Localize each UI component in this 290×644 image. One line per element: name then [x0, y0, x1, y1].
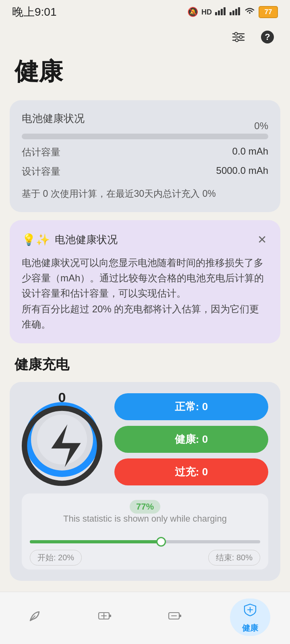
lightbulb-icon: 💡✨ [22, 233, 50, 246]
status-time: 晚上9:01 [12, 4, 57, 20]
slider-section: 77% This statistic is shown only while c… [22, 493, 268, 570]
nav-item-leaf[interactable] [20, 609, 50, 626]
overcharge-stat-button[interactable]: 过充: 0 [114, 458, 268, 485]
wifi-icon [244, 6, 255, 18]
normal-stat-button[interactable]: 正常: 0 [114, 393, 268, 420]
info-card: 💡✨ 电池健康状况 ✕ 电池健康状况可以向您显示电池随着时间的推移损失了多少容量… [10, 220, 280, 344]
bottom-nav: 健康 [0, 592, 290, 644]
nav-health-label: 健康 [242, 623, 258, 634]
status-bar: 晚上9:01 🔕 HD 77 [0, 0, 290, 23]
stat-buttons: 正常: 0 健康: 0 过充: 0 [114, 393, 268, 485]
battery-health-title: 电池健康状况 [22, 111, 268, 126]
battery-plus-icon [98, 609, 112, 626]
nav-item-battery-minus[interactable] [160, 609, 191, 626]
svg-rect-21 [109, 615, 111, 617]
design-capacity-row: 设计容量 5000.0 mAh [22, 165, 268, 178]
slider-labels: 开始: 20% 结束: 80% [30, 550, 260, 566]
healthy-stat-button[interactable]: 健康: 0 [114, 426, 268, 453]
signal-icon [215, 6, 226, 18]
slider-start-label: 开始: 20% [30, 550, 82, 566]
usage-note: 基于 0 次使用计算，在最近30天内总计充入 0% [22, 187, 268, 201]
charging-circle: 0 [22, 399, 102, 480]
bell-mute-icon: 🔕 [187, 7, 198, 17]
info-card-header: 💡✨ 电池健康状况 ✕ [22, 231, 268, 248]
svg-rect-5 [232, 10, 234, 15]
svg-rect-3 [224, 7, 226, 15]
battery-minus-icon [168, 609, 182, 626]
design-capacity-value: 5000.0 mAh [216, 165, 268, 178]
slider-thumb[interactable] [156, 537, 166, 547]
info-title-row: 💡✨ 电池健康状况 [22, 233, 118, 247]
svg-rect-7 [238, 7, 240, 15]
svg-rect-0 [215, 12, 217, 15]
shield-plus-icon [243, 603, 257, 620]
page-title: 健康 [0, 52, 290, 100]
circle-center: 0 [22, 390, 102, 489]
svg-point-12 [240, 36, 242, 39]
health-charging-title: 健康充电 [0, 351, 290, 382]
charging-health-card: 0 正常: 0 健康: 0 过充: 0 77% This statistic i… [10, 382, 280, 581]
percent-badge: 77% [130, 500, 160, 514]
svg-rect-2 [221, 9, 223, 15]
battery-progress-bar: 0% [22, 134, 268, 139]
svg-rect-1 [218, 10, 220, 15]
svg-rect-4 [230, 12, 232, 15]
signal2-icon [230, 6, 241, 18]
filter-button[interactable] [228, 27, 249, 47]
nav-item-health[interactable]: 健康 [230, 599, 270, 636]
slider-bar[interactable] [30, 540, 260, 543]
slider-note: This statistic is shown only while charg… [30, 514, 260, 524]
battery-health-card: 电池健康状况 0% 估计容量 0.0 mAh 设计容量 5000.0 mAh 基… [10, 100, 280, 212]
battery-level: 77 [259, 6, 278, 18]
svg-rect-25 [179, 615, 181, 617]
slider-fill [30, 540, 161, 543]
top-action-bar: ? [0, 23, 290, 52]
svg-rect-6 [235, 9, 237, 15]
circle-number: 0 [58, 390, 66, 404]
nav-item-battery-add[interactable] [90, 609, 120, 626]
info-card-title: 电池健康状况 [55, 233, 118, 247]
slider-end-label: 结束: 80% [208, 550, 260, 566]
svg-point-13 [236, 39, 238, 42]
charging-icon [22, 405, 102, 489]
estimated-capacity-value: 0.0 mAh [232, 146, 268, 159]
design-capacity-label: 设计容量 [22, 165, 60, 178]
status-icons: 🔕 HD 77 [187, 6, 278, 18]
svg-text:?: ? [265, 32, 270, 42]
battery-progress-label: 0% [254, 120, 268, 132]
estimated-capacity-label: 估计容量 [22, 146, 60, 159]
hd-badge: HD [201, 8, 212, 17]
svg-point-11 [235, 33, 238, 35]
info-card-body: 电池健康状况可以向您显示电池随着时间的推移损失了多少容量（mAh）。通过比较每次… [22, 255, 268, 332]
leaf-icon [28, 609, 42, 626]
help-button[interactable]: ? [257, 27, 278, 47]
estimated-capacity-row: 估计容量 0.0 mAh [22, 146, 268, 159]
close-button[interactable]: ✕ [256, 231, 268, 248]
charging-stats: 0 正常: 0 健康: 0 过充: 0 [22, 393, 268, 485]
